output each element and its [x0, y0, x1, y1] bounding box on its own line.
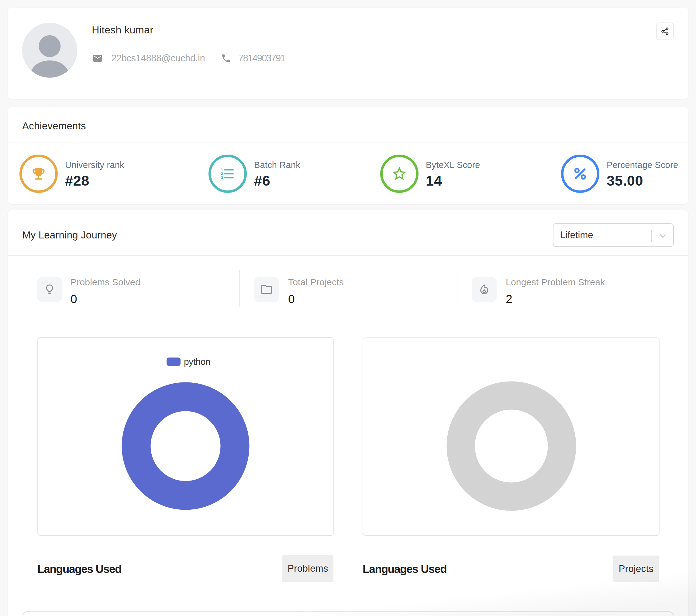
- trophy-icon: [19, 155, 58, 193]
- timeframe-select[interactable]: Lifetime: [553, 223, 674, 247]
- stat-label: Longest Problem Streak: [506, 277, 605, 287]
- projects-languages-chart-card: [363, 338, 660, 536]
- achievement-university-rank: University rank #28: [19, 155, 124, 193]
- avatar: [22, 23, 77, 78]
- problems-donut-chart: [122, 382, 250, 510]
- achievement-label: Percentage Score: [607, 160, 678, 170]
- numbered-list-icon: [208, 155, 247, 193]
- legend-label-python: python: [184, 357, 210, 367]
- profile-phone: 7814903791: [238, 53, 285, 64]
- profile-name: Hitesh kumar: [92, 24, 154, 36]
- achievement-label: Batch Rank: [254, 160, 300, 170]
- achievements-row: University rank #28 Batch Rank #6: [7, 143, 689, 204]
- achievement-texts: Percentage Score 35.00: [607, 158, 678, 189]
- chevron-down-icon: [659, 232, 667, 240]
- projects-button[interactable]: Projects: [613, 555, 659, 582]
- chart-legend[interactable]: python: [38, 357, 333, 367]
- achievement-value: 35.00: [607, 172, 678, 189]
- achievement-label: ByteXL Score: [426, 160, 480, 170]
- achievements-title: Achievements: [22, 120, 86, 132]
- profile-email: 22bcs14888@cuchd.in: [111, 53, 205, 64]
- achievement-texts: ByteXL Score 14: [426, 158, 480, 189]
- achievements-card: Achievements University rank #28: [7, 107, 689, 204]
- longest-streak-iconbox: [472, 277, 496, 302]
- languages-used-title-problems: Languages Used: [37, 563, 121, 576]
- achievement-label: University rank: [65, 160, 124, 170]
- stat-value: 0: [288, 292, 344, 306]
- achievement-value: #28: [65, 172, 124, 189]
- bulb-icon: [44, 283, 56, 295]
- journey-title: My Learning Journey: [22, 229, 117, 241]
- star-icon: [380, 155, 418, 193]
- total-projects-stat: Total Projects 0: [288, 277, 344, 306]
- share-icon: [661, 27, 669, 36]
- percent-icon: [561, 155, 599, 193]
- total-projects-iconbox: [254, 277, 279, 302]
- stat-label: Problems Solved: [70, 277, 140, 287]
- achievements-header: Achievements: [7, 107, 689, 143]
- journey-header: My Learning Journey Lifetime: [7, 210, 689, 256]
- bottom-section-card: [22, 612, 674, 616]
- projects-donut-chart: [446, 381, 576, 511]
- problems-solved-stat: Problems Solved 0: [70, 277, 140, 306]
- phone-icon: [221, 53, 231, 64]
- longest-streak-stat: Longest Problem Streak 2: [506, 277, 605, 306]
- contact-row: 22bcs14888@cuchd.in 7814903791: [92, 51, 285, 66]
- stat-value: 0: [70, 292, 140, 306]
- learning-journey-card: My Learning Journey Lifetime Problems So…: [7, 210, 689, 616]
- folder-icon: [260, 283, 273, 295]
- flame-icon: [478, 283, 490, 295]
- timeframe-value: Lifetime: [560, 230, 593, 241]
- achievement-percentage-score: Percentage Score 35.00: [561, 155, 678, 193]
- achievement-texts: Batch Rank #6: [254, 158, 300, 189]
- select-divider: [651, 230, 652, 242]
- share-button[interactable]: [656, 22, 674, 40]
- stats-divider-1: [239, 270, 240, 307]
- languages-used-title-projects: Languages Used: [363, 563, 446, 576]
- profile-card: Hitesh kumar 22bcs14888@cuchd.in 7814903…: [7, 7, 689, 99]
- achievement-texts: University rank #28: [65, 158, 124, 189]
- achievement-value: #6: [254, 172, 300, 189]
- achievement-bytexl-score: ByteXL Score 14: [380, 155, 480, 193]
- legend-swatch-python: [167, 357, 180, 366]
- achievement-value: 14: [426, 172, 480, 189]
- problems-solved-iconbox: [37, 277, 62, 302]
- stat-label: Total Projects: [288, 277, 344, 287]
- achievement-batch-rank: Batch Rank #6: [208, 155, 300, 193]
- stats-divider-2: [457, 270, 457, 307]
- stat-value: 2: [506, 292, 605, 306]
- email-icon: [92, 53, 103, 64]
- problems-button[interactable]: Problems: [282, 555, 333, 582]
- problems-languages-chart-card: python: [37, 337, 334, 536]
